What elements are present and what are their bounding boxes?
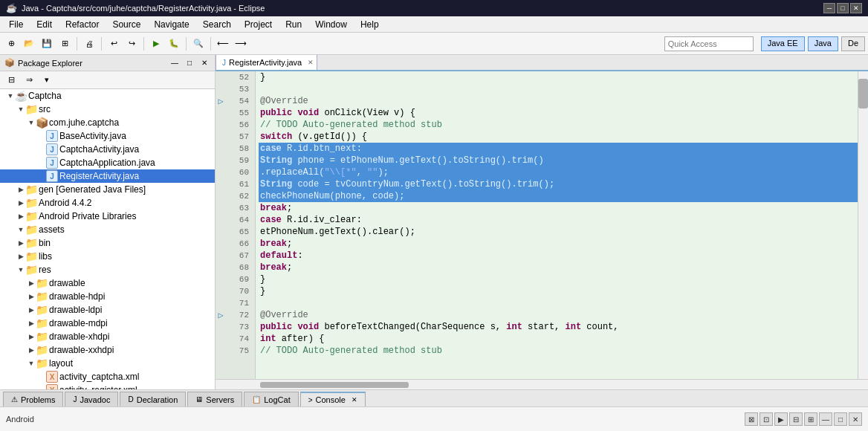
perspective-java-ee[interactable]: Java EE	[761, 36, 805, 51]
tab-close-button[interactable]: ✕	[308, 59, 314, 66]
editor-tab-register[interactable]: J RegisterActivity.java ✕	[216, 55, 317, 70]
bottom-btn-3[interactable]: ▶	[774, 412, 788, 426]
bottom-tab-console[interactable]: >Console✕	[300, 392, 366, 406]
tree-item[interactable]: ▶📁libs	[0, 250, 215, 263]
tree-arrow[interactable]: ▼	[27, 118, 36, 127]
bottom-btn-6[interactable]: —	[819, 412, 832, 426]
tree-item[interactable]: ▼📁src	[0, 103, 215, 116]
bottom-btn-5[interactable]: ⊞	[804, 412, 817, 426]
run-button[interactable]: ▶	[148, 36, 164, 52]
save-button[interactable]: 💾	[39, 36, 55, 52]
tree-arrow[interactable]: ▶	[16, 185, 25, 194]
menu-window[interactable]: Window	[309, 18, 353, 31]
tree-item[interactable]: ▶📁drawable-mdpi	[0, 317, 215, 330]
tree-item[interactable]: ▶📁Android 4.4.2	[0, 196, 215, 210]
tree-arrow[interactable]: ▼	[27, 359, 36, 368]
tree-item[interactable]: ▼📁assets	[0, 223, 215, 236]
tree-arrow[interactable]	[37, 172, 46, 181]
minimize-panel-button[interactable]: —	[169, 57, 181, 69]
undo-button[interactable]: ↩	[106, 36, 122, 52]
tree-arrow[interactable]: ▶	[16, 212, 25, 221]
menu-help[interactable]: Help	[354, 18, 385, 31]
tree-arrow[interactable]: ▶	[27, 279, 36, 288]
minimize-button[interactable]: ─	[823, 3, 835, 13]
tree-item[interactable]: ▶📁gen [Generated Java Files]	[0, 183, 215, 196]
tree-arrow[interactable]	[37, 158, 46, 167]
collapse-all-button[interactable]: ⊟	[3, 72, 19, 88]
tree-item[interactable]: JCaptchaActivity.java	[0, 143, 215, 156]
tree-item[interactable]: ▶📁Android Private Libraries	[0, 210, 215, 223]
new-button[interactable]: ⊕	[3, 36, 19, 52]
tree-item[interactable]: ▶📁bin	[0, 236, 215, 250]
bottom-btn-1[interactable]: ⊠	[745, 412, 758, 426]
tree-item[interactable]: JRegisterActivity.java	[0, 169, 215, 183]
perspective-java[interactable]: Java	[808, 36, 838, 51]
editor-scrollbar[interactable]	[858, 71, 868, 379]
menu-edit[interactable]: Edit	[30, 18, 58, 31]
menu-project[interactable]: Project	[239, 18, 278, 31]
horizontal-scrollbar[interactable]	[216, 379, 868, 389]
maximize-panel-button[interactable]: □	[184, 57, 195, 69]
prev-edit-button[interactable]: ⟵	[215, 36, 231, 52]
tree-arrow[interactable]: ▶	[27, 305, 36, 314]
tree-arrow[interactable]	[37, 372, 46, 381]
bottom-btn-2[interactable]: ⊡	[760, 412, 773, 426]
redo-button[interactable]: ↪	[123, 36, 140, 52]
tree-arrow[interactable]: ▶	[16, 252, 25, 261]
close-panel-button[interactable]: ✕	[198, 57, 210, 69]
tree-scroll[interactable]: ▼☕Captcha▼📁src▼📦com.juhe.captcha JBaseAc…	[0, 89, 215, 389]
bottom-tab-servers[interactable]: 🖥Servers	[187, 392, 242, 406]
tree-item[interactable]: Xactivity_captcha.xml	[0, 370, 215, 383]
bottom-tab-declaration[interactable]: DDeclaration	[120, 392, 186, 406]
tree-arrow[interactable]	[37, 132, 46, 140]
next-edit-button[interactable]: ⟶	[233, 36, 249, 52]
tree-arrow[interactable]: ▶	[16, 198, 25, 207]
perspective-debug[interactable]: De	[841, 36, 865, 51]
tree-arrow[interactable]: ▶	[27, 346, 36, 354]
tree-arrow[interactable]: ▶	[27, 319, 36, 328]
menu-file[interactable]: File	[3, 18, 29, 31]
view-menu-button[interactable]: ▾	[39, 72, 55, 88]
tree-arrow[interactable]: ▼	[16, 105, 25, 114]
tree-arrow[interactable]: ▼	[16, 225, 25, 234]
quick-access-input[interactable]	[664, 36, 754, 51]
search-button[interactable]: 🔍	[190, 36, 207, 52]
tree-item[interactable]: Xactivity_register.xml	[0, 383, 215, 389]
menu-navigate[interactable]: Navigate	[148, 18, 195, 31]
bottom-tab-javadoc[interactable]: JJavadoc	[65, 392, 118, 406]
menu-source[interactable]: Source	[106, 18, 146, 31]
bottom-tab-logcat[interactable]: 📋LogCat	[244, 392, 298, 406]
code-content[interactable]: } @Override public void onClick(View v) …	[256, 71, 858, 379]
tree-arrow[interactable]: ▶	[16, 239, 25, 247]
close-button[interactable]: ✕	[850, 3, 862, 13]
bottom-btn-8[interactable]: ✕	[849, 412, 862, 426]
tree-arrow[interactable]	[37, 386, 46, 389]
print-button[interactable]: 🖨	[81, 36, 97, 52]
menu-run[interactable]: Run	[279, 18, 308, 31]
tree-item[interactable]: ▼📦com.juhe.captcha	[0, 116, 215, 129]
tree-item[interactable]: ▶📁drawable	[0, 276, 215, 290]
open-button[interactable]: 📂	[21, 36, 37, 52]
save-all-button[interactable]: ⊞	[56, 36, 73, 52]
bottom-btn-7[interactable]: □	[834, 412, 847, 426]
menu-search[interactable]: Search	[197, 18, 237, 31]
tree-item[interactable]: ▶📁drawable-hdpi	[0, 290, 215, 303]
tree-arrow[interactable]: ▶	[27, 332, 36, 341]
tree-item[interactable]: JCaptchaApplication.java	[0, 156, 215, 169]
maximize-button[interactable]: □	[837, 3, 849, 13]
debug-button[interactable]: 🐛	[166, 36, 182, 52]
tree-arrow[interactable]: ▼	[16, 265, 25, 274]
link-editor-button[interactable]: ⇒	[21, 72, 37, 88]
bottom-btn-4[interactable]: ⊟	[789, 412, 803, 426]
tree-item[interactable]: ▼📁res	[0, 263, 215, 276]
tree-item[interactable]: ▶📁drawable-xxhdpi	[0, 343, 215, 357]
tree-arrow[interactable]: ▼	[6, 91, 15, 100]
menu-refactor[interactable]: Refactor	[59, 18, 105, 31]
bottom-tab-problems[interactable]: ⚠Problems	[3, 392, 63, 406]
tree-arrow[interactable]: ▶	[27, 292, 36, 301]
tree-item[interactable]: ▶📁drawable-ldpi	[0, 303, 215, 317]
tree-arrow[interactable]	[37, 145, 46, 154]
bottom-tab-close[interactable]: ✕	[352, 396, 357, 404]
tree-item[interactable]: ▼📁layout	[0, 357, 215, 370]
tree-item[interactable]: ▼☕Captcha	[0, 89, 215, 103]
